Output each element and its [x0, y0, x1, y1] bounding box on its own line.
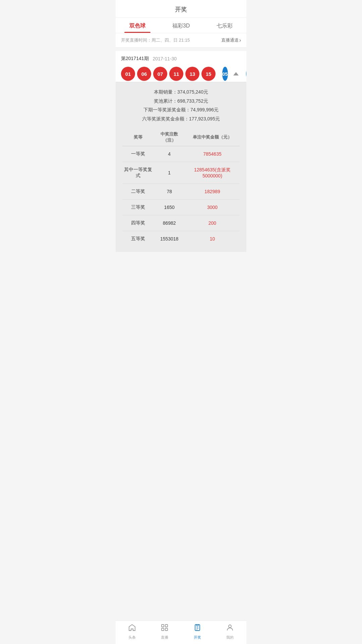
user-icon	[226, 624, 234, 634]
prize-name-2: 其中一等奖复式	[122, 162, 154, 184]
prize-amount-6: 10	[185, 231, 240, 247]
draw-date: 2017-11-30	[153, 56, 177, 61]
col-header-prize: 奖等	[122, 128, 154, 146]
nav-item-live[interactable]: 直播	[148, 624, 181, 640]
prize-count-5: 86982	[154, 215, 185, 231]
ball-red-4: 11	[169, 67, 183, 81]
table-row: 其中一等奖复式 1 12854635(含派奖5000000)	[122, 162, 240, 184]
nav-label-draw: 开奖	[194, 635, 201, 640]
prize-amount-4: 3000	[185, 200, 240, 215]
table-row: 三等奖 1650 3000	[122, 200, 240, 215]
collapse-arrow-icon[interactable]	[233, 72, 239, 75]
col-header-amount: 单注中奖金额（元）	[185, 128, 240, 146]
broadcast-time: 开奖直播时间：周二、四、日 21:15	[121, 37, 190, 43]
home-icon	[128, 624, 136, 634]
table-row: 五等奖 1553018 10	[122, 231, 240, 247]
nav-item-headlines[interactable]: 头条	[116, 624, 148, 640]
nav-label-headlines: 头条	[128, 635, 136, 640]
prize-name-6: 五等奖	[122, 231, 154, 247]
svg-rect-2	[162, 628, 164, 631]
col-header-count: 中奖注数（注）	[154, 128, 185, 146]
prize-amount-2: 12854635(含派奖5000000)	[185, 162, 240, 184]
nav-label-mine: 我的	[226, 635, 234, 640]
table-row: 四等奖 86982 200	[122, 215, 240, 231]
prize-count-3: 78	[154, 184, 185, 200]
prize-amount-1: 7854635	[185, 146, 240, 162]
detail-sales: 本期销量：374,075,240元	[122, 88, 240, 97]
video-button[interactable]: 📹	[246, 66, 246, 82]
prize-name-3: 二等奖	[122, 184, 154, 200]
prize-name-1: 一等奖	[122, 146, 154, 162]
grid-icon	[161, 624, 169, 634]
tab-bar: 双色球 福彩3D 七乐彩	[116, 18, 246, 33]
detail-sixth-remain: 六等奖派奖奖金余额：177,923,095元	[122, 114, 240, 123]
bottom-nav: 头条 直播 开奖	[116, 621, 246, 644]
ball-red-6: 15	[201, 67, 216, 81]
svg-point-8	[229, 625, 231, 628]
prize-amount-5: 200	[185, 215, 240, 231]
prize-amount-3: 182989	[185, 184, 240, 200]
table-row: 二等奖 78 182989	[122, 184, 240, 200]
red-balls: 01 06 07 11 13 15	[121, 67, 216, 81]
prize-count-2: 1	[154, 162, 185, 184]
prize-table: 奖等 中奖注数（注） 单注中奖金额（元） 一等奖 4 7854635 其中一等奖…	[122, 128, 240, 247]
draw-section: 第2017141期 2017-11-30 01 06 07 11 13 15 0…	[116, 51, 246, 82]
detail-next-first: 下期一等奖派奖金额：74,999,996元	[122, 105, 240, 114]
draw-period: 第2017141期	[121, 56, 149, 62]
table-row: 一等奖 4 7854635	[122, 146, 240, 162]
tab-fucai3d[interactable]: 福彩3D	[159, 18, 203, 33]
prize-count-4: 1650	[154, 200, 185, 215]
nav-item-mine[interactable]: 我的	[214, 624, 247, 640]
detail-stats: 本期销量：374,075,240元 奖池累计：698,733,752元 下期一等…	[122, 88, 240, 123]
tab-qilecai[interactable]: 七乐彩	[203, 18, 246, 33]
nav-item-draw[interactable]: 开奖	[181, 624, 214, 640]
detail-panel: 本期销量：374,075,240元 奖池累计：698,733,752元 下期一等…	[116, 82, 246, 252]
prize-count-6: 1553018	[154, 231, 185, 247]
nav-label-live: 直播	[161, 635, 168, 640]
ball-red-2: 06	[137, 67, 151, 81]
broadcast-bar: 开奖直播时间：周二、四、日 21:15 直播通道	[116, 33, 246, 48]
ball-red-3: 07	[153, 67, 167, 81]
clipboard-icon	[193, 624, 201, 634]
ball-red-1: 01	[121, 67, 135, 81]
svg-rect-1	[165, 625, 168, 627]
draw-numbers-row: 01 06 07 11 13 15 05 📹	[121, 66, 241, 82]
prize-name-5: 四等奖	[122, 215, 154, 231]
tab-shuangseqiu[interactable]: 双色球	[116, 18, 159, 33]
ball-blue: 05	[222, 67, 228, 81]
svg-rect-3	[165, 628, 168, 631]
page-title: 开奖	[116, 0, 246, 18]
svg-rect-0	[162, 625, 164, 627]
prize-count-1: 4	[154, 146, 185, 162]
ball-red-5: 13	[185, 67, 199, 81]
broadcast-link[interactable]: 直播通道	[221, 37, 241, 43]
prize-name-4: 三等奖	[122, 200, 154, 215]
detail-pool: 奖池累计：698,733,752元	[122, 97, 240, 106]
draw-header: 第2017141期 2017-11-30	[121, 56, 241, 62]
